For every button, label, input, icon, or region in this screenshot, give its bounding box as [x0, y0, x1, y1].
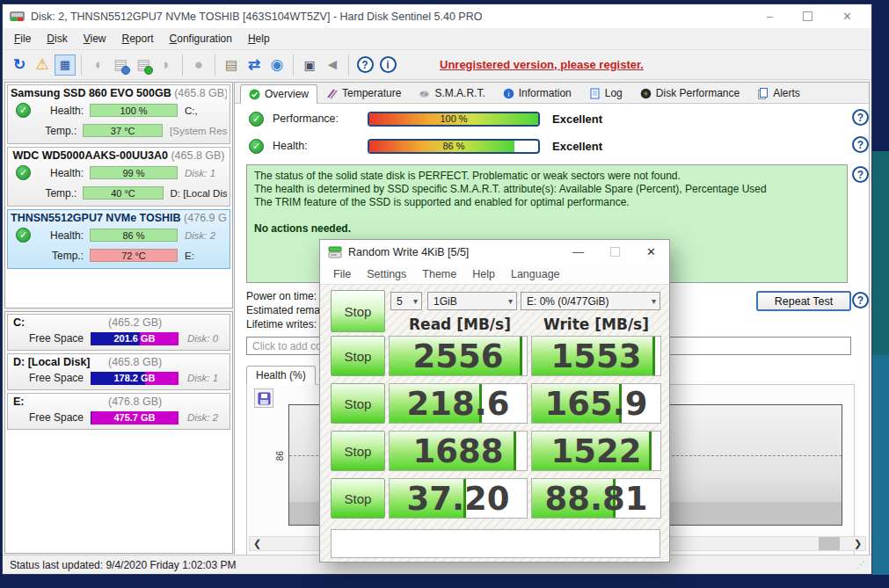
- tab-alerts[interactable]: Alerts: [748, 83, 809, 103]
- temp-label: Temp.:: [38, 250, 84, 262]
- minimize-button[interactable]: –: [767, 10, 773, 23]
- stop-button-row1[interactable]: Stop: [331, 336, 385, 376]
- toolbar-separator: [293, 54, 294, 76]
- partition-label: D: [Local Disk]: [13, 356, 108, 368]
- read-result-row2: 218.6: [389, 383, 528, 424]
- help-icon[interactable]: ?: [354, 54, 375, 76]
- partition-label: E:: [13, 396, 108, 408]
- dialog-menu-bar: File Settings Theme Help Language: [320, 264, 669, 284]
- block-size-select[interactable]: 1GiB▾: [427, 292, 517, 310]
- tab-information[interactable]: iInformation: [494, 83, 580, 103]
- chart-tab-health[interactable]: Health (%): [246, 366, 316, 385]
- disk-panel-samsung[interactable]: Samsung SSD 860 EVO 500GB (465.8 GB) D ✓…: [7, 84, 230, 144]
- menu-report[interactable]: Report: [114, 29, 162, 48]
- dialog-minimize-button[interactable]: —: [572, 245, 584, 258]
- dialog-close-button[interactable]: ✕: [646, 245, 656, 258]
- menu-file[interactable]: File: [6, 29, 39, 48]
- svg-text:i: i: [507, 89, 509, 98]
- partition-panel-e[interactable]: E:(476.8 GB) Free Space 475.7 GB Disk: 2: [7, 393, 230, 430]
- estimated-remaining-label: Estimated rema: [246, 304, 320, 316]
- repeat-test-help-icon[interactable]: ?: [852, 292, 869, 309]
- dialog-menu-help[interactable]: Help: [466, 266, 501, 282]
- sync-icon[interactable]: ⇄: [244, 54, 265, 76]
- disk-view-icon[interactable]: ▦: [55, 54, 76, 76]
- disk-ok-icon: ✓: [16, 103, 31, 118]
- maximize-button[interactable]: [803, 11, 812, 21]
- user-disabled-icon: ●: [188, 54, 209, 76]
- partition-size: (465.2 GB): [108, 316, 162, 329]
- partition-size: (476.8 GB): [108, 396, 162, 408]
- performance-help-icon[interactable]: ?: [852, 109, 869, 126]
- status-help-icon[interactable]: ?: [852, 166, 869, 183]
- disk-ok-icon: ✓: [16, 228, 31, 243]
- health-label: Health:: [273, 140, 368, 152]
- partition-panel-c[interactable]: C:(465.2 GB) Free Space 201.6 GB Disk: 0: [7, 314, 230, 351]
- dialog-maximize-button[interactable]: [610, 247, 620, 257]
- dialog-menu-settings[interactable]: Settings: [361, 266, 412, 282]
- thermometer-icon: [326, 88, 338, 99]
- register-link[interactable]: Unregistered version, please register.: [440, 58, 644, 71]
- tab-disk-performance[interactable]: Disk Performance: [631, 83, 748, 103]
- scroll-thumb[interactable]: [819, 537, 840, 550]
- stop-button-row2[interactable]: Stop: [331, 383, 385, 424]
- disk-size: (465.8 GB): [174, 87, 227, 99]
- resize-grip[interactable]: ⋰: [856, 560, 864, 570]
- disk-panel-wdc[interactable]: WDC WD5000AAKS-00UU3A0 (465.8 GB) ✓ Heal…: [7, 147, 230, 207]
- disk-name: THNSN5512GPU7 NVMe TOSHIB: [11, 212, 181, 224]
- tab-overview[interactable]: Overview: [240, 84, 317, 104]
- partition-panel-d[interactable]: D: [Local Disk](465.8 GB) Free Space 178…: [7, 353, 230, 390]
- disk-check-icon[interactable]: ▤: [133, 54, 154, 76]
- free-space-label: Free Space: [29, 411, 91, 424]
- health-help-icon[interactable]: ?: [852, 136, 869, 153]
- stop-all-button[interactable]: Stop: [331, 290, 385, 332]
- dialog-menu-theme[interactable]: Theme: [416, 266, 463, 282]
- free-space-bar: 178.2 GB: [91, 372, 179, 385]
- desktop-strip-teal: [872, 151, 889, 355]
- sidebar: Samsung SSD 860 EVO 500GB (465.8 GB) D ✓…: [4, 82, 233, 556]
- close-button[interactable]: ✕: [842, 10, 852, 23]
- warning-icon[interactable]: ⚠: [32, 54, 53, 76]
- scroll-right-arrow[interactable]: ❯: [850, 538, 865, 549]
- partition-disk: Disk: 1: [187, 373, 218, 383]
- menu-configuration[interactable]: Configuration: [162, 29, 240, 48]
- speaker-icon[interactable]: ◄: [322, 54, 343, 76]
- partition-size: (465.8 GB): [108, 356, 162, 368]
- disk-note: Disk: 1: [185, 168, 215, 178]
- stop-button-row3[interactable]: Stop: [331, 431, 385, 471]
- target-drive-select[interactable]: E: 0% (0/477GiB)▾: [521, 292, 660, 310]
- network-icon[interactable]: ◉: [266, 54, 288, 76]
- dialog-menu-file[interactable]: File: [327, 266, 357, 282]
- disk-size: (476.9 GB): [184, 212, 227, 224]
- stop-button-row4[interactable]: Stop: [331, 478, 385, 519]
- monitor-edit-icon[interactable]: ▣: [299, 54, 320, 76]
- refresh-icon[interactable]: ↻: [9, 54, 30, 76]
- dialog-menu-language[interactable]: Language: [505, 266, 566, 282]
- disk-note: Disk: 2: [185, 230, 215, 241]
- menu-view[interactable]: View: [76, 29, 114, 48]
- toolbar-separator: [182, 54, 183, 76]
- tab-smart[interactable]: S.M.A.R.T.: [410, 83, 493, 103]
- partition-disk: Disk: 2: [187, 412, 218, 423]
- scroll-left-arrow[interactable]: ❮: [250, 538, 265, 549]
- read-result-row1: 2556: [389, 336, 528, 376]
- performance-label: Performance:: [273, 113, 368, 125]
- disk-clock-icon: ▤: [110, 54, 131, 76]
- partition-label: C:: [13, 316, 108, 329]
- menu-help[interactable]: Help: [240, 29, 278, 48]
- tab-log[interactable]: Log: [580, 83, 631, 103]
- write-header: Write [MB/s]: [531, 314, 661, 335]
- tab-temperature[interactable]: Temperature: [317, 83, 410, 103]
- dialog-title-bar: Random Write 4KiB [5/5] — ✕: [320, 240, 669, 264]
- info-icon[interactable]: i: [377, 54, 398, 76]
- disk-performance-icon: [640, 88, 652, 99]
- health-ok-icon: ✓: [249, 139, 264, 154]
- save-chart-icon[interactable]: [254, 388, 273, 408]
- report-icon[interactable]: ▤: [221, 54, 242, 76]
- disk-panel-toshiba[interactable]: THNSN5512GPU7 NVMe TOSHIB (476.9 GB) ✓ H…: [7, 209, 230, 269]
- health-label: Health:: [38, 229, 84, 242]
- chevron-down-icon: ▾: [652, 296, 656, 306]
- menu-disk[interactable]: Disk: [39, 29, 75, 48]
- chevron-down-icon: ▾: [413, 296, 418, 306]
- queue-depth-select[interactable]: 5▾: [390, 292, 422, 310]
- repeat-test-button[interactable]: Repeat Test: [756, 291, 851, 311]
